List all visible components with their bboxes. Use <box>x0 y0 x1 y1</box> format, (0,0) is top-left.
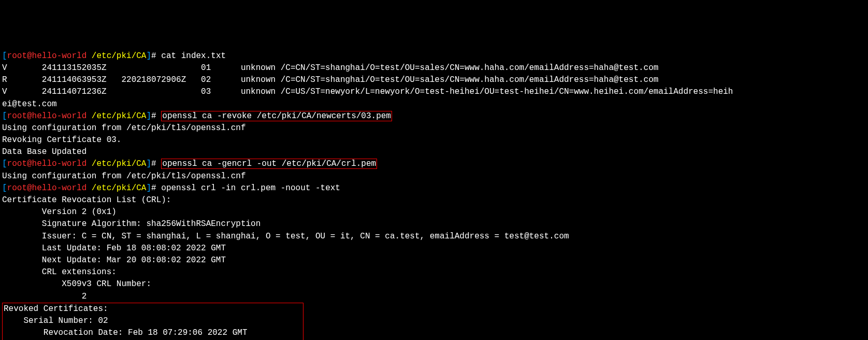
revoked-line: Revocation Date: Feb 18 07:29:06 2022 GM… <box>4 328 247 337</box>
prompt-bracket-close: ] <box>146 51 151 61</box>
crl-output-line: CRL extensions: <box>2 267 117 277</box>
crl-output-line: Issuer: C = CN, ST = shanghai, L = shang… <box>2 232 569 241</box>
crl-output-line: Next Update: Mar 20 08:08:02 2022 GMT <box>2 256 226 265</box>
prompt-user-host: root@hello-world <box>7 159 87 168</box>
crl-output-line: Version 2 (0x1) <box>2 207 117 217</box>
prompt-bracket-open: [ <box>2 183 7 193</box>
output-line: Data Base Updated <box>2 147 86 157</box>
index-row: V 241114071236Z 03 unknown /C=US/ST=newy… <box>2 87 733 96</box>
prompt-path: /etc/pki/CA <box>92 183 147 193</box>
crl-output-line: Last Update: Feb 18 08:08:02 2022 GMT <box>2 244 226 253</box>
prompt-bracket-open: [ <box>2 111 7 121</box>
prompt-path: /etc/pki/CA <box>92 159 147 168</box>
crl-output-line: Certificate Revocation List (CRL): <box>2 195 171 205</box>
prompt-bracket-close: ] <box>146 111 151 121</box>
command-cat: cat index.txt <box>161 51 226 61</box>
prompt-hash: # <box>151 111 156 121</box>
prompt-bracket-close: ] <box>146 183 151 193</box>
highlighted-revoked-block: Revoked Certificates: Serial Number: 02 … <box>2 303 303 340</box>
prompt-user-host: root@hello-world <box>7 111 87 121</box>
output-line: Revoking Certificate 03. <box>2 135 121 145</box>
command-gencrl: openssl ca -gencrl -out /etc/pki/CA/crl.… <box>162 159 376 168</box>
prompt-user-host: root@hello-world <box>7 51 87 61</box>
prompt-hash: # <box>151 51 156 61</box>
prompt-hash: # <box>151 183 156 193</box>
crl-output-line: Signature Algorithm: sha256WithRSAEncryp… <box>2 219 261 229</box>
prompt-bracket-open: [ <box>2 51 7 61</box>
prompt-hash: # <box>151 159 156 168</box>
crl-output-line: X509v3 CRL Number: <box>2 279 156 289</box>
command-crl-text: openssl crl -in crl.pem -noout -text <box>161 183 340 193</box>
prompt-path: /etc/pki/CA <box>92 111 147 121</box>
prompt-bracket-close: ] <box>146 159 151 168</box>
revoked-line: Revoked Certificates: <box>4 304 108 314</box>
revoked-line: Serial Number: 02 <box>4 316 108 325</box>
command-revoke: openssl ca -revoke /etc/pki/CA/newcerts/… <box>162 111 391 121</box>
highlighted-command-gencrl: openssl ca -gencrl -out /etc/pki/CA/crl.… <box>161 159 377 169</box>
index-row: V 241113152035Z 01 unknown /C=CN/ST=shan… <box>2 63 658 73</box>
output-line: Using configuration from /etc/pki/tls/op… <box>2 123 245 133</box>
index-row: R 241114063953Z 220218072906Z 02 unknown… <box>2 75 658 84</box>
crl-output-line: 2 <box>2 292 86 301</box>
prompt-path: /etc/pki/CA <box>92 51 147 61</box>
highlighted-command-revoke: openssl ca -revoke /etc/pki/CA/newcerts/… <box>161 111 392 121</box>
terminal-output: [root@hello-world /etc/pki/CA]# cat inde… <box>2 50 866 340</box>
index-row-wrap: ei@test.com <box>2 100 57 109</box>
output-line: Using configuration from /etc/pki/tls/op… <box>2 172 245 181</box>
prompt-user-host: root@hello-world <box>7 183 87 193</box>
prompt-bracket-open: [ <box>2 159 7 168</box>
